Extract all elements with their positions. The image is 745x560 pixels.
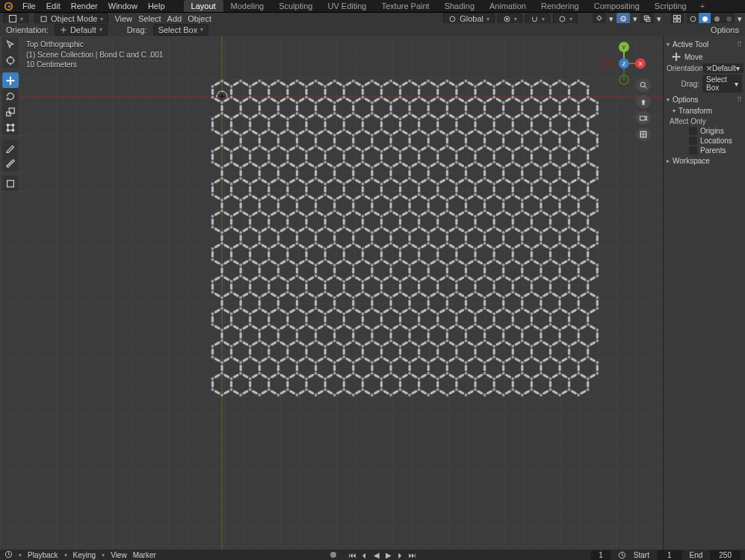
end-frame-field[interactable]: 250 [710, 550, 741, 560]
svg-point-1521 [455, 312, 459, 316]
camera-view-icon[interactable] [636, 111, 651, 125]
timeline-menu-marker[interactable]: Marker [133, 551, 156, 559]
svg-rect-502 [558, 137, 561, 145]
tab-modeling[interactable]: Modeling [223, 0, 272, 12]
timeline-menu-view[interactable]: View [111, 551, 127, 559]
panel-workspace-header[interactable]: ▸Workspace [667, 155, 742, 167]
chevron-down-icon[interactable]: ▾ [657, 14, 661, 24]
tab-uv-editing[interactable]: UV Editing [320, 0, 374, 12]
menu-file[interactable]: File [17, 0, 41, 12]
tab-sculpting[interactable]: Sculpting [271, 0, 320, 12]
svg-rect-956 [270, 227, 277, 233]
np-orientation-dropdown[interactable]: ⤧Default▾ [702, 63, 744, 73]
play-icon[interactable]: ▶ [383, 550, 394, 559]
svg-rect-1400 [399, 283, 402, 290]
svg-rect-493 [513, 146, 521, 152]
svg-rect-36 [249, 88, 252, 96]
menu-window[interactable]: Window [103, 0, 143, 12]
checkbox-locations[interactable]: Locations [689, 136, 742, 146]
tool-select-box[interactable] [2, 37, 19, 52]
tab-scripting[interactable]: Scripting [647, 0, 694, 12]
keyframe-next-icon[interactable]: ⏵ [395, 550, 406, 559]
perspective-toggle-icon[interactable] [636, 128, 651, 141]
svg-rect-1507 [427, 299, 430, 307]
viewport-menu-add[interactable]: Add [167, 14, 182, 23]
svg-rect-1821 [418, 348, 421, 355]
tab-shading[interactable]: Shading [437, 0, 482, 12]
preview-range-icon[interactable] [618, 551, 626, 559]
svg-point-1273 [305, 279, 309, 283]
panel-transform-header[interactable]: ▾Transform [673, 105, 742, 116]
viewport-menu-select[interactable]: Select [138, 14, 161, 23]
viewport-menu-object[interactable]: Object [188, 14, 211, 23]
keyframe-prev-icon[interactable]: ⏴ [359, 550, 370, 559]
svg-rect-85 [336, 81, 343, 87]
tab-rendering[interactable]: Rendering [534, 0, 587, 12]
timeline-menu-keying[interactable]: Keying [73, 551, 96, 559]
tool-add-cube[interactable] [2, 175, 19, 191]
svg-rect-1544 [542, 308, 549, 314]
svg-rect-1041 [223, 243, 230, 249]
zoom-icon[interactable] [636, 78, 651, 92]
svg-point-334 [276, 134, 280, 137]
svg-rect-650 [333, 169, 336, 177]
start-frame-field[interactable]: 1 [657, 550, 682, 560]
chevron-down-icon[interactable]: ▾ [738, 14, 742, 24]
checkbox-origins[interactable]: Origins [689, 126, 742, 136]
svg-rect-920 [542, 211, 549, 217]
np-drag-dropdown[interactable]: Select Box▾ [702, 75, 742, 93]
svg-rect-66 [288, 81, 296, 87]
svg-point-243 [342, 117, 346, 121]
panel-options-header[interactable]: ▾Options⠿ [667, 94, 742, 105]
tool-measure[interactable] [2, 155, 19, 171]
svg-rect-1985 [241, 389, 249, 395]
svg-rect-1787 [279, 357, 287, 363]
checkbox-parents[interactable]: Parents [689, 146, 742, 155]
svg-rect-1415 [455, 283, 458, 290]
svg-rect-914 [533, 211, 540, 217]
timeline-editor-icon[interactable] [4, 550, 13, 560]
play-reverse-icon[interactable]: ◀ [371, 550, 382, 559]
pan-icon[interactable] [636, 95, 651, 108]
tab-texture-paint[interactable]: Texture Paint [374, 0, 436, 12]
hexagonal-lattice-object[interactable] [0, 23, 745, 550]
3d-viewport[interactable]: Orientation: Default ▾ Drag: Select Box … [0, 23, 745, 550]
svg-rect-180 [549, 88, 552, 96]
svg-point-1587 [295, 329, 299, 332]
tool-drag-dropdown[interactable]: Select Box ▾ [153, 24, 209, 36]
svg-point-847 [267, 214, 271, 218]
tab-animation[interactable]: Animation [482, 0, 534, 12]
autokey-toggle-icon[interactable] [328, 550, 339, 559]
tool-move[interactable] [2, 72, 19, 88]
chevron-down-icon[interactable]: ▾ [633, 14, 637, 24]
svg-rect-402 [533, 129, 540, 135]
svg-rect-1091 [427, 234, 430, 242]
tool-annotate[interactable] [2, 140, 19, 155]
viewport-menu-view[interactable]: View [114, 14, 132, 23]
jump-end-icon[interactable]: ⏭ [407, 550, 418, 559]
svg-rect-135 [455, 88, 458, 96]
svg-point-486 [474, 149, 477, 153]
current-frame-field[interactable]: 1 [591, 550, 610, 560]
panel-active-tool-header[interactable]: ▾Active Tool⠿ [667, 39, 742, 50]
options-popover[interactable]: Options [711, 25, 739, 34]
tool-rotate[interactable] [2, 88, 19, 104]
tab-layout[interactable]: Layout [184, 0, 223, 12]
tab-add-icon[interactable]: + [694, 0, 711, 12]
svg-rect-163 [504, 97, 512, 103]
jump-start-icon[interactable]: ⏮ [347, 550, 358, 559]
tab-compositing[interactable]: Compositing [587, 0, 647, 12]
timeline-menu-playback[interactable]: Playback [28, 551, 58, 559]
svg-rect-422 [258, 137, 261, 145]
tool-scale[interactable] [2, 104, 19, 119]
svg-rect-1077 [364, 243, 371, 249]
menu-edit[interactable]: Edit [41, 0, 66, 12]
chevron-down-icon[interactable]: ▾ [609, 14, 613, 24]
svg-rect-1168 [298, 259, 306, 265]
menu-help[interactable]: Help [143, 0, 170, 12]
svg-rect-1781 [268, 348, 271, 355]
tool-transform[interactable] [2, 119, 19, 135]
tool-cursor[interactable] [2, 52, 19, 68]
tool-orientation-dropdown[interactable]: Default ▾ [55, 24, 108, 36]
menu-render[interactable]: Render [66, 0, 103, 12]
